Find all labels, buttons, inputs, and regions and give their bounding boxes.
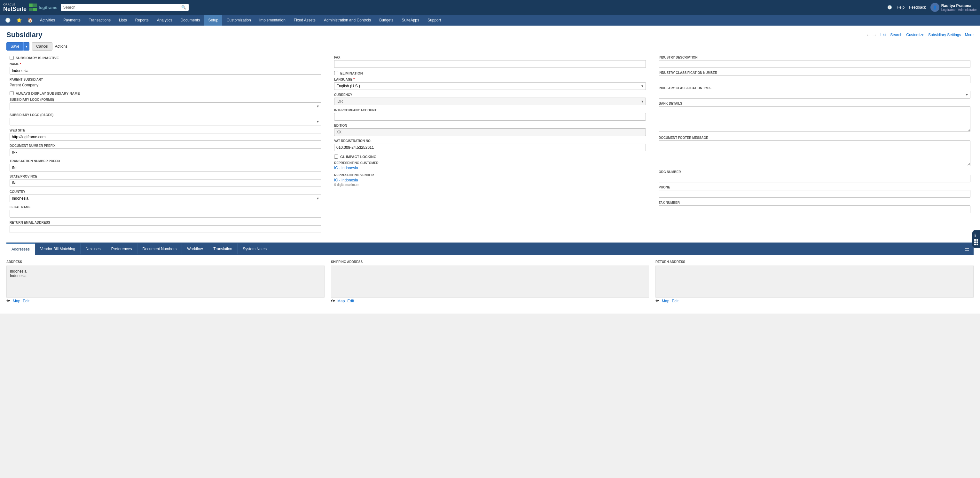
tab-addresses[interactable]: Addresses bbox=[6, 243, 35, 255]
address-card-main: ADDRESS Indonesia Indonesia 🗺 Map Edit bbox=[6, 260, 325, 303]
tab-nexuses[interactable]: Nexuses bbox=[81, 244, 106, 254]
intercompany-account-label: INTERCOMPANY ACCOUNT bbox=[334, 108, 646, 112]
map-link-return[interactable]: Map bbox=[662, 299, 669, 303]
tax-number-label: TAX NUMBER bbox=[659, 201, 970, 204]
search-link[interactable]: Search bbox=[890, 33, 902, 37]
language-select[interactable]: English (U.S.) bbox=[334, 82, 646, 90]
edit-link-shipping[interactable]: Edit bbox=[347, 299, 354, 303]
nav-item-fixed-assets[interactable]: Fixed Assets bbox=[290, 15, 320, 25]
state-province-input[interactable] bbox=[10, 179, 321, 187]
actions-button[interactable]: Actions bbox=[55, 43, 67, 50]
address-label: ADDRESS bbox=[6, 260, 325, 264]
nav-item-transactions[interactable]: Transactions bbox=[85, 15, 115, 25]
name-input[interactable] bbox=[10, 67, 321, 75]
legal-name-input[interactable] bbox=[10, 210, 321, 218]
clock-nav-icon[interactable]: 🕐 bbox=[3, 15, 13, 25]
forward-arrow[interactable]: → bbox=[872, 32, 877, 37]
tab-system-notes[interactable]: System Notes bbox=[237, 244, 272, 254]
map-icon-main: 🗺 bbox=[6, 299, 10, 303]
doc-number-prefix-input[interactable] bbox=[10, 148, 321, 156]
nav-item-setup[interactable]: Setup bbox=[204, 15, 222, 25]
web-site-input[interactable] bbox=[10, 133, 321, 141]
save-dropdown-button[interactable]: ▾ bbox=[23, 42, 29, 51]
map-link-shipping[interactable]: Map bbox=[337, 299, 345, 303]
industry-desc-label: INDUSTRY DESCRIPTION bbox=[659, 56, 970, 59]
bank-details-textarea[interactable] bbox=[659, 106, 970, 132]
currency-select[interactable]: IDR bbox=[334, 97, 646, 105]
map-link-main[interactable]: Map bbox=[13, 299, 20, 303]
tab-workflow[interactable]: Workflow bbox=[182, 244, 208, 254]
edit-link-main[interactable]: Edit bbox=[23, 299, 29, 303]
elimination-checkbox[interactable] bbox=[334, 71, 338, 75]
txn-number-prefix-label: TRANSACTION NUMBER PREFIX bbox=[10, 159, 321, 163]
history-icon[interactable]: 🕐 bbox=[887, 5, 892, 10]
gl-impact-label: GL IMPACT LOCKING bbox=[340, 155, 376, 159]
customize-link[interactable]: Customize bbox=[906, 33, 924, 37]
nav-item-lists[interactable]: Lists bbox=[115, 15, 131, 25]
country-select[interactable]: Indonesia bbox=[10, 194, 321, 202]
search-icon: 🔍 bbox=[181, 5, 186, 10]
logo-forms-select-wrapper bbox=[10, 102, 321, 110]
logo-forms-select[interactable] bbox=[10, 102, 321, 110]
industry-class-type-select[interactable] bbox=[659, 91, 970, 99]
nav-item-documents[interactable]: Documents bbox=[177, 15, 204, 25]
nav-item-customization[interactable]: Customization bbox=[223, 15, 255, 25]
cancel-button[interactable]: Cancel bbox=[32, 42, 52, 51]
nav-item-payments[interactable]: Payments bbox=[59, 15, 84, 25]
always-display-checkbox[interactable] bbox=[10, 91, 14, 96]
subsidiary-inactive-checkbox[interactable] bbox=[10, 56, 14, 60]
nav-item-activities[interactable]: Activities bbox=[36, 15, 59, 25]
doc-footer-textarea[interactable] bbox=[659, 140, 970, 166]
edit-link-return[interactable]: Edit bbox=[672, 299, 678, 303]
tab-translation[interactable]: Translation bbox=[208, 244, 237, 254]
language-field: LANGUAGE * English (U.S.) bbox=[334, 78, 646, 90]
return-email-input[interactable] bbox=[10, 225, 321, 233]
tabs-menu-icon[interactable]: ☰ bbox=[960, 242, 974, 255]
more-link[interactable]: More bbox=[965, 33, 974, 37]
logo-forms-field: SUBSIDIARY LOGO (FORMS) bbox=[10, 98, 321, 110]
nav-item-reports[interactable]: Reports bbox=[131, 15, 153, 25]
org-number-input[interactable] bbox=[659, 175, 970, 182]
intercompany-account-input[interactable] bbox=[334, 113, 646, 121]
txn-number-prefix-input[interactable] bbox=[10, 164, 321, 172]
representing-vendor-link[interactable]: IC - Indonesia bbox=[334, 178, 358, 182]
nav-item-budgets[interactable]: Budgets bbox=[375, 15, 397, 25]
tab-vendor-bill-matching[interactable]: Vendor Bill Matching bbox=[35, 244, 81, 254]
industry-desc-input[interactable] bbox=[659, 60, 970, 68]
nav-item-suiteapps[interactable]: SuiteApps bbox=[398, 15, 423, 25]
nav-item-support[interactable]: Support bbox=[424, 15, 445, 25]
doc-footer-label: DOCUMENT FOOTER MESSAGE bbox=[659, 136, 970, 140]
help-link[interactable]: Help bbox=[897, 5, 905, 10]
nav-item-administration[interactable]: Administration and Controls bbox=[320, 15, 375, 25]
phone-input[interactable] bbox=[659, 190, 970, 198]
tab-document-numbers[interactable]: Document Numbers bbox=[137, 244, 182, 254]
industry-class-type-label: INDUSTRY CLASSIFICATION TYPE bbox=[659, 86, 970, 90]
subsidiary-settings-link[interactable]: Subsidiary Settings bbox=[928, 33, 961, 37]
tax-number-input[interactable] bbox=[659, 206, 970, 213]
info-widget[interactable]: ℹ bbox=[972, 230, 980, 248]
representing-customer-link[interactable]: IC - Indonesia bbox=[334, 166, 358, 170]
search-input[interactable] bbox=[63, 5, 179, 10]
page-nav: ← → List Search Customize Subsidiary Set… bbox=[867, 32, 974, 37]
nav-item-implementation[interactable]: Implementation bbox=[256, 15, 290, 25]
back-arrow[interactable]: ← bbox=[867, 32, 871, 37]
industry-class-number-input[interactable] bbox=[659, 75, 970, 83]
industry-class-type-field: INDUSTRY CLASSIFICATION TYPE bbox=[659, 86, 970, 99]
list-link[interactable]: List bbox=[881, 33, 887, 37]
logo-pages-select[interactable] bbox=[10, 118, 321, 126]
info-icon: ℹ bbox=[974, 233, 978, 238]
elimination-label: ELIMINATION bbox=[340, 71, 363, 75]
home-nav-icon[interactable]: 🏠 bbox=[25, 15, 35, 25]
tab-preferences[interactable]: Preferences bbox=[106, 244, 137, 254]
feedback-link[interactable]: Feedback bbox=[909, 5, 926, 10]
elimination-row: ELIMINATION bbox=[334, 71, 646, 75]
return-label: RETURN ADDRESS bbox=[655, 260, 974, 264]
gl-impact-checkbox[interactable] bbox=[334, 155, 338, 159]
fax-input[interactable] bbox=[334, 60, 646, 68]
vat-reg-no-input[interactable] bbox=[334, 143, 646, 151]
nav-item-analytics[interactable]: Analytics bbox=[153, 15, 176, 25]
star-nav-icon[interactable]: ⭐ bbox=[14, 15, 24, 25]
save-button[interactable]: Save bbox=[6, 42, 23, 51]
txn-number-prefix-field: TRANSACTION NUMBER PREFIX bbox=[10, 159, 321, 172]
shipping-label: SHIPPING ADDRESS bbox=[331, 260, 649, 264]
